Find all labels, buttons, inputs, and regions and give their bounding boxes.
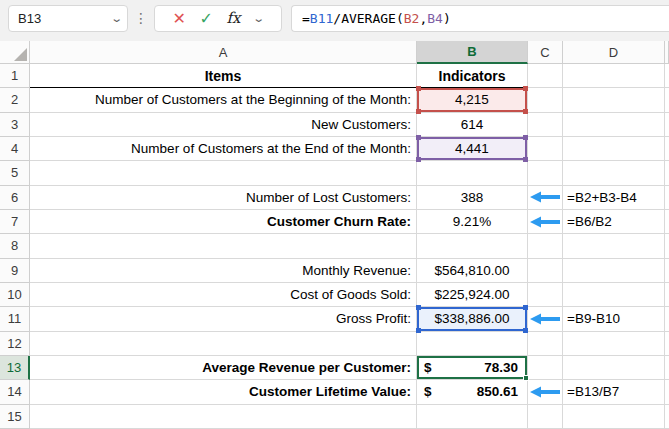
row-5: 5 (0, 161, 669, 185)
cell-D6[interactable]: =B2+B3-B4 (563, 186, 665, 210)
chevron-down-icon[interactable]: ⌄ (110, 13, 123, 24)
row-header-1[interactable]: 1 (0, 64, 30, 88)
cell-A15[interactable] (30, 405, 417, 429)
row-header-4[interactable]: 4 (0, 137, 30, 161)
cell-A7[interactable]: Customer Churn Rate: (30, 210, 417, 234)
cell-D5[interactable] (563, 161, 665, 185)
cell-C10[interactable] (528, 283, 563, 307)
cell-A13[interactable]: Average Revenue per Customer: (30, 356, 417, 380)
cell-D8[interactable] (563, 234, 665, 258)
cell-A5[interactable] (30, 161, 417, 185)
row-header-8[interactable]: 8 (0, 234, 30, 258)
cell-C9[interactable] (528, 259, 563, 283)
cell-D14[interactable]: =B13/B7 (563, 380, 665, 404)
cell-B10[interactable]: $225,924.00 (417, 283, 528, 307)
cell-D12[interactable] (563, 332, 665, 356)
row-header-9[interactable]: 9 (0, 259, 30, 283)
cell-B3[interactable]: 614 (417, 113, 528, 137)
cell-B4[interactable]: 4,441 (417, 137, 528, 161)
row-header-13[interactable]: 13 (0, 356, 30, 380)
cell-A14[interactable]: Customer Lifetime Value: (30, 380, 417, 404)
row-header-12[interactable]: 12 (0, 332, 30, 356)
fx-chevron-down-icon[interactable]: ⌄ (252, 13, 265, 24)
cell-C8[interactable] (528, 234, 563, 258)
cell-B13-selected[interactable]: $78.30 (417, 356, 528, 380)
row-header-10[interactable]: 10 (0, 283, 30, 307)
formula-buttons: ✕ ✓ fx ⌄ (154, 5, 282, 32)
cell-D4[interactable] (563, 137, 665, 161)
fill-handle[interactable] (523, 375, 529, 381)
row-11: 11 Gross Profit: $338,886.00 =B9-B10 (0, 307, 669, 331)
cell-A10[interactable]: Cost of Goods Sold: (30, 283, 417, 307)
cell-A8[interactable] (30, 234, 417, 258)
row-header-3[interactable]: 3 (0, 113, 30, 137)
cell-B6[interactable]: 388 (417, 186, 528, 210)
cell-B14[interactable]: $850.61 (417, 380, 528, 404)
row-13: 13 Average Revenue per Customer: $78.30 (0, 356, 669, 380)
cell-D10[interactable] (563, 283, 665, 307)
cell-C11[interactable] (528, 307, 563, 331)
cell-A11[interactable]: Gross Profit: (30, 307, 417, 331)
cell-D15[interactable] (563, 405, 665, 429)
cancel-icon[interactable]: ✕ (173, 9, 186, 28)
row-header-2[interactable]: 2 (0, 88, 30, 112)
cell-D2[interactable] (563, 88, 665, 112)
row-header-6[interactable]: 6 (0, 186, 30, 210)
row-header-11[interactable]: 11 (0, 307, 30, 331)
cell-D3[interactable] (563, 113, 665, 137)
row-header-7[interactable]: 7 (0, 210, 30, 234)
cell-B11[interactable]: $338,886.00 (417, 307, 528, 331)
cell-C6[interactable] (528, 186, 563, 210)
cell-A12[interactable] (30, 332, 417, 356)
cell-C3[interactable] (528, 113, 563, 137)
trace-arrow-icon[interactable] (530, 386, 560, 398)
more-options-icon[interactable]: ⋮ (128, 10, 154, 26)
trace-arrow-icon[interactable] (530, 313, 560, 325)
cell-C14[interactable] (528, 380, 563, 404)
cell-A2[interactable]: Number of Customers at the Beginning of … (30, 88, 417, 112)
cell-A1[interactable]: Items (30, 64, 417, 88)
row-header-5[interactable]: 5 (0, 161, 30, 185)
cell-D9[interactable] (563, 259, 665, 283)
cell-C1[interactable] (528, 64, 563, 88)
cell-C4[interactable] (528, 137, 563, 161)
cell-C15[interactable] (528, 405, 563, 429)
row-1: 1 Items Indicators (0, 64, 669, 88)
cell-C13[interactable] (528, 356, 563, 380)
row-header-14[interactable]: 14 (0, 380, 30, 404)
trace-arrow-icon[interactable] (530, 191, 560, 203)
cell-C7[interactable] (528, 210, 563, 234)
insert-function-icon[interactable]: fx (227, 9, 241, 27)
cell-B1[interactable]: Indicators (417, 64, 528, 88)
cell-A9[interactable]: Monthly Revenue: (30, 259, 417, 283)
cell-B13-value: 78.30 (484, 360, 518, 375)
cell-B8[interactable] (417, 234, 528, 258)
cell-A3[interactable]: New Customers: (30, 113, 417, 137)
cell-B9[interactable]: $564,810.00 (417, 259, 528, 283)
cell-D1[interactable] (563, 64, 665, 88)
column-header-c[interactable]: C (528, 41, 563, 64)
select-all-button[interactable] (0, 41, 30, 64)
currency-symbol: $ (424, 384, 432, 399)
cell-D7[interactable]: =B6/B2 (563, 210, 665, 234)
name-box[interactable]: B13 ⌄ (8, 5, 128, 32)
cell-B7[interactable]: 9.21% (417, 210, 528, 234)
cell-C2[interactable] (528, 88, 563, 112)
cell-C5[interactable] (528, 161, 563, 185)
column-header-b[interactable]: B (417, 41, 528, 64)
cell-B5[interactable] (417, 161, 528, 185)
cell-D13[interactable] (563, 356, 665, 380)
cell-B2[interactable]: 4,215 (417, 88, 528, 112)
cell-B12[interactable] (417, 332, 528, 356)
cell-D11[interactable]: =B9-B10 (563, 307, 665, 331)
column-header-a[interactable]: A (30, 41, 417, 64)
cell-B15[interactable] (417, 405, 528, 429)
column-header-d[interactable]: D (563, 41, 665, 64)
confirm-icon[interactable]: ✓ (200, 9, 213, 28)
formula-input[interactable]: =B11/AVERAGE(B2,B4) (291, 5, 669, 32)
cell-A4[interactable]: Number of Customers at the End of the Mo… (30, 137, 417, 161)
trace-arrow-icon[interactable] (530, 216, 560, 228)
cell-A6[interactable]: Number of Lost Customers: (30, 186, 417, 210)
row-header-15[interactable]: 15 (0, 405, 30, 429)
cell-C12[interactable] (528, 332, 563, 356)
